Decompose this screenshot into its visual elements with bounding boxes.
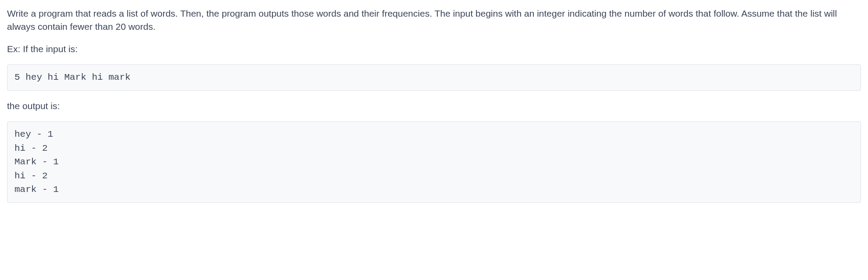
input-code-block: 5 hey hi Mark hi mark xyxy=(7,64,861,91)
output-code-block: hey - 1 hi - 2 Mark - 1 hi - 2 mark - 1 xyxy=(7,121,861,203)
example-input-label: Ex: If the input is: xyxy=(7,43,861,56)
intro-paragraph: Write a program that reads a list of wor… xyxy=(7,7,861,34)
output-label: the output is: xyxy=(7,99,861,113)
